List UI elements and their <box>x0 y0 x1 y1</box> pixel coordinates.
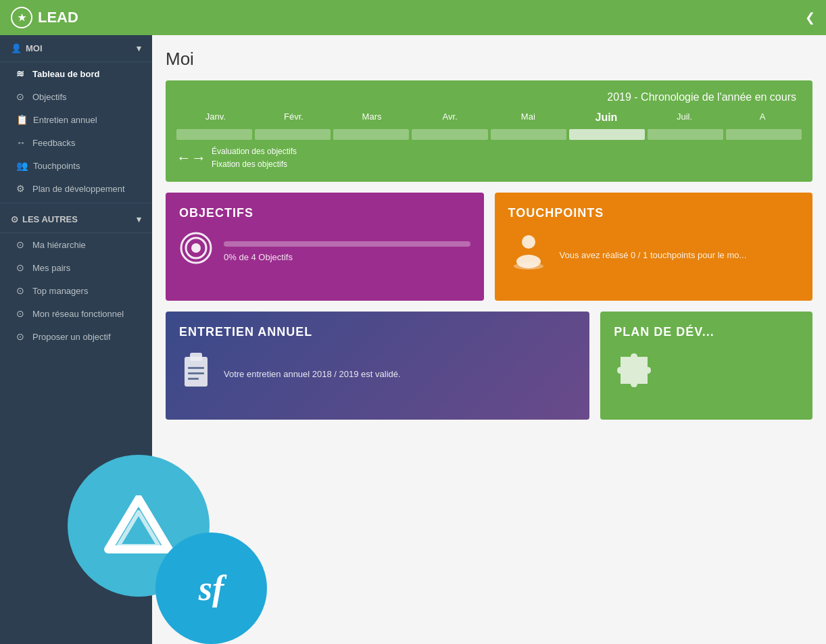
tableau-de-bord-icon: ≋ <box>16 68 27 79</box>
les-autres-label: LES AUTRES <box>22 214 78 224</box>
logo-text: LEAD <box>38 9 78 26</box>
month-mars: Mars <box>333 112 411 124</box>
svg-rect-7 <box>190 353 202 361</box>
sidebar-item-label: Touchpoints <box>33 161 80 171</box>
sidebar-item-label: Proposer un objectif <box>32 332 111 342</box>
entretien-text: Votre entretien annuel 2018 / 2019 est v… <box>224 369 401 379</box>
logo-icon: ★ <box>11 7 32 28</box>
svg-point-3 <box>522 235 535 249</box>
top-header: ★ LEAD ❮ <box>0 0 826 35</box>
sidebar-item-ma-hierarchie[interactable]: ⊙ Ma hiérarchie <box>0 233 152 256</box>
svg-point-2 <box>191 243 201 253</box>
sidebar-item-touchpoints[interactable]: 👥 Touchpoints <box>0 154 152 177</box>
sidebar-item-entretien[interactable]: 📋 Entretien annuel <box>0 108 152 131</box>
timeline-label-2: Fixation des objectifs <box>212 158 297 171</box>
sidebar-divider <box>0 203 152 203</box>
sidebar-item-top-managers[interactable]: ⊙ Top managers <box>0 279 152 302</box>
plan-card-title: PLAN DE DÉV... <box>614 325 799 339</box>
bar-1 <box>176 129 252 140</box>
objectifs-card-icon <box>179 231 213 272</box>
plan-card-body <box>614 350 799 394</box>
plan-card[interactable]: PLAN DE DÉV... <box>600 312 812 420</box>
main-content: Moi 2019 - Chronologie de l'année en cou… <box>152 35 826 644</box>
month-aug: A <box>723 112 802 124</box>
sidebar: 👤 MOI ▾ ≋ Tableau de bord ⊙ Objectifs 📋 … <box>0 35 152 644</box>
bar-5 <box>491 129 566 140</box>
objectifs-progress-label: 0% de 4 Objectifs <box>224 252 470 262</box>
sidebar-item-label: Top managers <box>32 286 88 296</box>
touchpoints-card[interactable]: TOUCHPOINTS Vous avez réalisé 0 / 1 touc… <box>495 193 813 301</box>
reseau-icon: ⊙ <box>16 308 27 319</box>
timeline-title: 2019 - Chronologie de l'année en cours <box>176 91 802 103</box>
sidebar-section-les-autres[interactable]: ⊙ LES AUTRES ▾ <box>0 206 152 233</box>
sidebar-section-moi[interactable]: 👤 MOI ▾ <box>0 35 152 62</box>
sidebar-item-feedbacks[interactable]: ↔ Feedbacks <box>0 131 152 154</box>
moi-label: MOI <box>26 43 43 53</box>
svg-point-5 <box>514 263 543 270</box>
plan-card-icon <box>614 350 651 394</box>
month-avr: Avr. <box>411 112 489 124</box>
objectifs-card-body: 0% de 4 Objectifs <box>179 231 470 272</box>
timeline-card: 2019 - Chronologie de l'année en cours J… <box>166 80 812 182</box>
sidebar-item-label: Mon réseau fonctionnel <box>32 309 124 319</box>
svg-rect-6 <box>185 357 208 387</box>
les-autres-icon: ⊙ <box>11 214 18 224</box>
les-autres-chevron-icon: ▾ <box>137 214 141 224</box>
progress-bar-bg <box>224 241 470 247</box>
svg-rect-8 <box>188 367 204 369</box>
sidebar-item-label: Entretien annuel <box>33 115 97 125</box>
month-jan: Janv. <box>176 112 255 124</box>
sidebar-item-plan[interactable]: ⚙ Plan de développement <box>0 177 152 200</box>
bottom-cards-grid: ENTRETIEN ANNUEL Votre entretien annuel … <box>166 312 812 420</box>
sidebar-item-mes-pairs[interactable]: ⊙ Mes pairs <box>0 256 152 279</box>
objectifs-card[interactable]: OBJECTIFS 0% de 4 Objectifs <box>166 193 484 301</box>
timeline-arrow: ←→ <box>176 149 206 167</box>
sidebar-item-label: Objectifs <box>32 92 67 102</box>
svg-rect-9 <box>188 372 204 374</box>
plan-icon: ⚙ <box>16 183 27 194</box>
touchpoints-card-title: TOUCHPOINTS <box>508 206 800 220</box>
logo: ★ LEAD <box>11 7 78 28</box>
bar-4 <box>412 129 487 140</box>
touchpoints-icon: 👥 <box>16 160 28 171</box>
bar-8 <box>726 129 802 140</box>
sidebar-item-label: Feedbacks <box>32 138 76 148</box>
timeline-bars <box>176 129 802 140</box>
sidebar-item-label: Plan de développement <box>32 184 125 194</box>
objectifs-progress-area: 0% de 4 Objectifs <box>224 241 470 262</box>
sidebar-item-label: Ma hiérarchie <box>32 240 86 250</box>
moi-chevron-icon: ▾ <box>137 43 141 53</box>
top-managers-icon: ⊙ <box>16 285 27 296</box>
sidebar-item-label: Mes pairs <box>32 263 70 273</box>
month-juil: Juil. <box>646 112 724 124</box>
bar-6 <box>569 129 645 140</box>
hierarchie-icon: ⊙ <box>16 239 27 250</box>
sidebar-item-mon-reseau[interactable]: ⊙ Mon réseau fonctionnel <box>0 302 152 325</box>
month-juin: Juin <box>567 112 646 124</box>
entretien-card-title: ENTRETIEN ANNUEL <box>179 325 576 339</box>
proposer-icon: ⊙ <box>16 331 27 342</box>
entretien-card[interactable]: ENTRETIEN ANNUEL Votre entretien annuel … <box>166 312 589 420</box>
timeline-labels: Évaluation des objectifs Fixation des ob… <box>212 145 297 171</box>
sidebar-item-tableau-de-bord[interactable]: ≋ Tableau de bord <box>0 62 152 85</box>
entretien-card-body: Votre entretien annuel 2018 / 2019 est v… <box>179 350 576 397</box>
timeline-months: Janv. Févr. Mars Avr. Mai Juin Juil. A <box>176 112 802 124</box>
objectifs-icon: ⊙ <box>16 91 27 102</box>
month-mai: Mai <box>489 112 568 124</box>
timeline-arrow-area: ←→ Évaluation des objectifs Fixation des… <box>176 145 802 171</box>
moi-icon: 👤 <box>11 43 22 53</box>
sidebar-item-objectifs[interactable]: ⊙ Objectifs <box>0 85 152 108</box>
collapse-button[interactable]: ❮ <box>805 10 815 25</box>
objectifs-card-title: OBJECTIFS <box>179 206 470 220</box>
feedbacks-icon: ↔ <box>16 137 27 148</box>
cards-grid: OBJECTIFS 0% de 4 Objectifs <box>166 193 812 301</box>
sidebar-item-proposer-objectif[interactable]: ⊙ Proposer un objectif <box>0 325 152 348</box>
bar-2 <box>255 129 331 140</box>
touchpoints-text: Vous avez réalisé 0 / 1 touchpoints pour… <box>560 250 747 260</box>
page-title: Moi <box>166 49 812 70</box>
svg-rect-10 <box>188 378 199 380</box>
month-fev: Févr. <box>255 112 333 124</box>
entretien-icon: 📋 <box>16 114 28 125</box>
pairs-icon: ⊙ <box>16 262 27 273</box>
touchpoints-card-icon <box>508 231 549 278</box>
